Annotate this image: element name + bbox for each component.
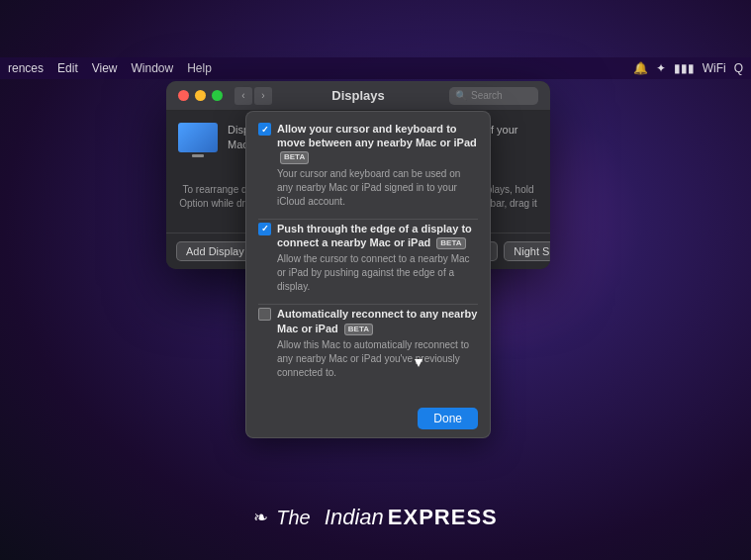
minimize-button[interactable] — [195, 90, 206, 101]
option-label-2: Push through the edge of a display to co… — [277, 222, 478, 250]
menu-window[interactable]: Window — [132, 61, 174, 75]
divider-2 — [258, 304, 478, 305]
option-desc-1: Your cursor and keyboard can be used on … — [258, 167, 478, 209]
checkbox-2[interactable]: ✓ — [258, 223, 271, 235]
watermark: ❧ The Indian EXPRESS — [253, 505, 497, 530]
universal-control-popup: ✓ Allow your cursor and keyboard to move… — [245, 111, 491, 438]
mouse-cursor — [414, 353, 423, 367]
search-icon: 🔍 — [455, 90, 467, 101]
battery-icon[interactable]: ▮▮▮ — [674, 61, 695, 75]
menu-view[interactable]: View — [92, 61, 118, 75]
watermark-logo-icon: ❧ — [253, 507, 268, 528]
watermark-express: EXPRESS — [388, 505, 498, 530]
maximize-button[interactable] — [212, 90, 223, 101]
checkbox-1[interactable]: ✓ — [258, 123, 271, 136]
wifi-icon[interactable]: WiFi — [703, 61, 726, 75]
divider-1 — [258, 219, 478, 220]
search-box[interactable]: 🔍 Search — [449, 87, 538, 105]
menu-bar: rences Edit View Window Help 🔔 ✦ ▮▮▮ WiF… — [0, 57, 751, 79]
window-titlebar: ‹ › Displays 🔍 Search — [166, 81, 550, 111]
watermark-indian-text: Indian — [325, 505, 384, 530]
checkbox-row-2: ✓ Push through the edge of a display to … — [258, 222, 478, 250]
beta-badge-2: BETA — [436, 237, 465, 249]
check-icon-1: ✓ — [261, 125, 269, 135]
night-shift-button[interactable]: Night Shift... — [504, 241, 550, 261]
done-button[interactable]: Done — [418, 408, 478, 429]
menu-edit[interactable]: Edit — [57, 61, 78, 75]
option-item-3: Automatically reconnect to any nearby Ma… — [258, 307, 478, 380]
notification-icon[interactable]: 🔔 — [633, 61, 648, 75]
menu-app-name[interactable]: rences — [8, 61, 44, 75]
option-item-2: ✓ Push through the edge of a display to … — [258, 222, 478, 295]
bluetooth-icon[interactable]: ✦ — [656, 61, 666, 75]
search-placeholder: Search — [471, 90, 503, 101]
window-title: Displays — [331, 88, 384, 103]
nav-arrows: ‹ › — [235, 87, 272, 105]
beta-badge-1: BETA — [280, 151, 309, 163]
menu-help[interactable]: Help — [187, 61, 212, 75]
back-button[interactable]: ‹ — [235, 87, 252, 105]
beta-badge-3: BETA — [344, 324, 373, 335]
checkbox-row-1: ✓ Allow your cursor and keyboard to move… — [258, 122, 478, 164]
watermark-indian — [315, 505, 321, 530]
done-btn-row: Done — [246, 400, 490, 437]
check-icon-2: ✓ — [261, 224, 269, 233]
option-label-3: Automatically reconnect to any nearby Ma… — [277, 307, 478, 335]
close-button[interactable] — [178, 90, 189, 101]
option-desc-3: Allow this Mac to automatically reconnec… — [258, 338, 478, 380]
traffic-lights — [178, 90, 223, 101]
forward-button[interactable]: › — [254, 87, 272, 105]
popup-section: ✓ Allow your cursor and keyboard to move… — [246, 112, 490, 400]
search-menu-icon[interactable]: Q — [734, 61, 743, 75]
option-desc-2: Allow the cursor to connect to a nearby … — [258, 252, 478, 294]
option-item-1: ✓ Allow your cursor and keyboard to move… — [258, 122, 478, 209]
checkbox-3[interactable] — [258, 308, 271, 321]
checkbox-row-3: Automatically reconnect to any nearby Ma… — [258, 307, 478, 335]
option-label-1: Allow your cursor and keyboard to move b… — [277, 122, 478, 164]
menu-bar-right: 🔔 ✦ ▮▮▮ WiFi Q — [633, 61, 743, 75]
display-icon — [178, 123, 218, 152]
watermark-the: The — [276, 507, 310, 529]
